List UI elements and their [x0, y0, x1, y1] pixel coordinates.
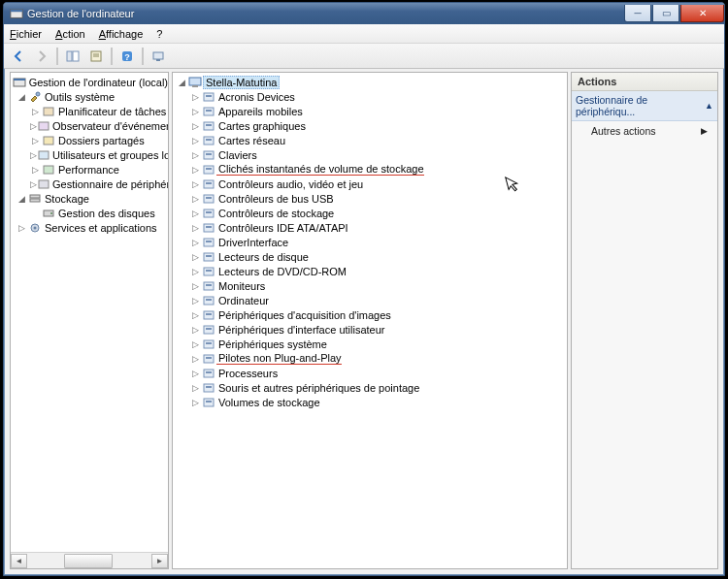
collapse-icon[interactable]: ▲ [705, 101, 713, 111]
services-icon [27, 221, 43, 235]
forward-button[interactable] [31, 46, 52, 67]
close-button[interactable]: ✕ [680, 5, 724, 22]
expand-icon[interactable]: ▷ [190, 339, 201, 349]
device-category[interactable]: Contrôleurs IDE ATA/ATAPI [216, 222, 348, 234]
device-tree[interactable]: ◢ Stella-Matutina ▷ Acronis Devices▷ App… [173, 73, 567, 568]
back-button[interactable] [8, 46, 29, 67]
scroll-right-button[interactable]: ► [151, 554, 168, 568]
maximize-button[interactable]: ▭ [652, 5, 679, 22]
horizontal-scrollbar[interactable]: ◄ ► [11, 552, 168, 568]
menu-help[interactable]: ? [156, 28, 162, 40]
tree-item[interactable]: Utilisateurs et groupes locaux [50, 149, 168, 161]
expand-icon[interactable]: ▷ [30, 150, 37, 160]
device-category[interactable]: DriverInterface [216, 237, 288, 248]
device-category[interactable]: Volumes de stockage [216, 397, 320, 408]
devices-button[interactable] [148, 46, 169, 67]
collapse-icon[interactable]: ◢ [17, 194, 27, 204]
tree-root[interactable]: Gestion de l'ordinateur (local) [27, 77, 168, 88]
tree-item-icon [41, 134, 56, 147]
expand-icon[interactable]: ▷ [190, 150, 201, 160]
actions-more[interactable]: Autres actions ▶ [572, 121, 717, 141]
expand-icon[interactable]: ▷ [190, 296, 201, 306]
expand-icon[interactable]: ▷ [190, 107, 201, 116]
expand-icon[interactable]: ▷ [30, 121, 37, 131]
device-category[interactable]: Acronis Devices [216, 91, 295, 103]
expand-icon[interactable]: ▷ [190, 267, 201, 276]
tree-item[interactable]: Stockage [43, 193, 89, 205]
tree-item[interactable]: Services et applications [43, 222, 157, 234]
device-category[interactable]: Souris et autres périphériques de pointa… [216, 382, 419, 394]
tree-item[interactable]: Observateur d'événements [50, 120, 168, 132]
svg-rect-37 [206, 153, 212, 155]
expand-icon[interactable]: ▷ [190, 194, 201, 204]
expand-icon[interactable]: ▷ [190, 398, 201, 407]
expand-icon[interactable]: ▷ [190, 325, 201, 335]
collapse-icon[interactable]: ◢ [17, 92, 27, 102]
expand-icon[interactable]: ▷ [17, 223, 27, 233]
device-category[interactable]: Moniteurs [216, 280, 265, 292]
tree-item[interactable]: Gestionnaire de périphériques [50, 178, 168, 190]
device-category[interactable]: Contrôleurs de stockage [216, 208, 334, 219]
expand-icon[interactable]: ▷ [190, 121, 201, 131]
device-category[interactable]: Ordinateur [216, 295, 269, 306]
tree-item[interactable]: Gestion des disques [56, 208, 155, 219]
expand-icon[interactable]: ▷ [190, 209, 201, 218]
device-category[interactable]: Cartes graphiques [216, 120, 306, 132]
expand-icon[interactable]: ▷ [190, 223, 201, 233]
device-category[interactable]: Claviers [216, 149, 257, 161]
scroll-left-button[interactable]: ◄ [11, 554, 27, 568]
console-tree[interactable]: Gestion de l'ordinateur (local) ◢ Outils… [11, 73, 168, 552]
svg-rect-69 [206, 386, 212, 388]
expand-icon[interactable]: ▷ [190, 238, 201, 247]
device-category[interactable]: Contrôleurs de bus USB [216, 193, 334, 205]
show-hide-tree-button[interactable] [62, 46, 83, 67]
expand-icon[interactable]: ▷ [190, 136, 201, 145]
device-category[interactable]: Cartes réseau [216, 135, 285, 146]
expand-icon[interactable]: ▷ [190, 165, 201, 175]
menu-action[interactable]: Action [55, 28, 85, 40]
titlebar[interactable]: Gestion de l'ordinateur ─ ▭ ✕ [4, 3, 724, 24]
expand-icon[interactable]: ▷ [190, 252, 201, 262]
svg-rect-27 [192, 85, 198, 87]
expand-icon[interactable]: ▷ [30, 165, 41, 175]
device-category-icon [201, 265, 216, 278]
tree-item[interactable]: Performance [56, 164, 119, 176]
scroll-track[interactable] [27, 554, 151, 568]
expand-icon[interactable]: ▷ [190, 383, 201, 393]
collapse-icon[interactable]: ◢ [177, 78, 187, 87]
actions-context[interactable]: Gestionnaire de périphériqu... ▲ [572, 91, 717, 121]
tree-item[interactable]: Outils système [43, 91, 115, 103]
device-category[interactable]: Périphériques d'interface utilisateur [216, 324, 384, 336]
expand-icon[interactable]: ▷ [190, 310, 201, 320]
expand-icon[interactable]: ▷ [190, 281, 201, 291]
expand-icon[interactable]: ▷ [30, 136, 41, 145]
menu-file[interactable]: Fichier [10, 28, 42, 40]
expand-icon[interactable]: ▷ [30, 179, 37, 189]
device-category[interactable]: Périphériques d'acquisition d'images [216, 309, 391, 321]
svg-rect-19 [39, 180, 49, 188]
console-tree-pane: Gestion de l'ordinateur (local) ◢ Outils… [10, 72, 169, 569]
properties-button[interactable] [85, 46, 107, 67]
expand-icon[interactable]: ▷ [190, 179, 201, 189]
menu-view[interactable]: Affichage [99, 28, 144, 40]
tree-item[interactable]: Planificateur de tâches [56, 106, 166, 117]
tree-item[interactable]: Dossiers partagés [56, 135, 145, 146]
device-category[interactable]: Contrôleurs audio, vidéo et jeu [216, 178, 363, 190]
expand-icon[interactable]: ▷ [190, 354, 201, 364]
device-category[interactable]: Lecteurs de DVD/CD-ROM [216, 266, 347, 277]
device-category[interactable]: Appareils mobiles [216, 106, 303, 117]
device-category[interactable]: Lecteurs de disque [216, 251, 309, 263]
help-button[interactable]: ? [116, 46, 138, 67]
svg-rect-31 [206, 110, 212, 112]
device-category[interactable]: Processeurs [216, 368, 278, 379]
device-category[interactable]: Périphériques système [216, 338, 327, 350]
minimize-button[interactable]: ─ [624, 5, 651, 22]
device-tree-root[interactable]: Stella-Matutina [203, 76, 280, 89]
expand-icon[interactable]: ▷ [190, 92, 201, 102]
device-category[interactable]: Clichés instantanés de volume de stockag… [216, 163, 424, 176]
expand-icon[interactable]: ▷ [30, 107, 41, 116]
expand-icon[interactable]: ▷ [190, 369, 201, 378]
disk-icon [41, 207, 56, 220]
device-category[interactable]: Pilotes non Plug-and-Play [216, 352, 342, 365]
scroll-thumb[interactable] [64, 554, 113, 568]
